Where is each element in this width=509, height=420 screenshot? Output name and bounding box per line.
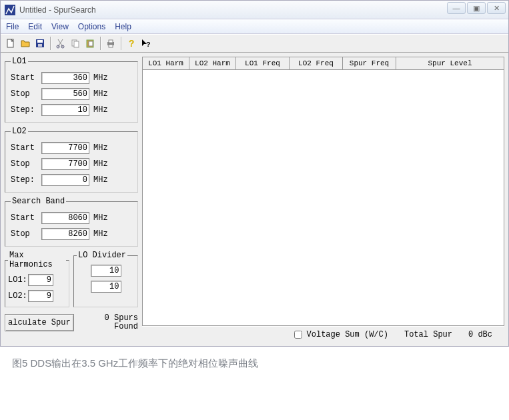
lo2-step-input[interactable]	[41, 174, 89, 186]
lo-divider-group: LO Divider	[73, 251, 138, 307]
lo2-group: LO2 Start MHz Stop MHz Step: MHz	[5, 127, 138, 193]
lo1-stop-input[interactable]	[41, 88, 89, 100]
total-spur-label: Total Spur	[404, 330, 452, 339]
lo2-legend: LO2	[11, 127, 28, 136]
window-title: Untitled - SpurSearch	[19, 5, 96, 15]
voltage-sum-checkbox[interactable]	[294, 331, 302, 339]
svg-rect-13	[109, 45, 113, 47]
lo1-step-label: Step:	[11, 105, 41, 115]
lo1-group: LO1 Start MHz Stop MHz Step: MHz	[5, 57, 138, 123]
print-button[interactable]	[103, 36, 118, 51]
lo-divider-legend: LO Divider	[77, 251, 127, 260]
lo1-step-unit: MHz	[93, 105, 108, 115]
search-band-legend: Search Band	[11, 197, 66, 206]
client-area: LO1 Start MHz Stop MHz Step: MHz	[1, 53, 508, 346]
voltage-sum-label: Voltage Sum (W/C)	[307, 330, 388, 339]
lo2-start-input[interactable]	[41, 142, 89, 154]
sb-stop-input[interactable]	[41, 228, 89, 240]
col-lo1-freq[interactable]: LO1 Freq	[235, 57, 289, 70]
voltage-sum-checkbox-wrap[interactable]: Voltage Sum (W/C)	[292, 329, 388, 341]
close-icon: ✕	[494, 4, 500, 13]
toolbar-sep	[100, 37, 101, 50]
svg-rect-10	[89, 41, 93, 46]
mh-lo2-input[interactable]	[28, 290, 53, 302]
col-spur-level[interactable]: Spur Level	[396, 57, 504, 70]
menu-view[interactable]: View	[51, 22, 69, 31]
cut-icon	[55, 38, 66, 49]
help-button[interactable]: ?	[124, 36, 139, 51]
lo2-start-label: Start	[11, 143, 41, 153]
col-lo2-harm[interactable]: LO2 Harm	[189, 57, 235, 70]
total-spur-value: 0 dBc	[468, 330, 492, 339]
mh-lo1-input[interactable]	[28, 274, 53, 286]
svg-text:?: ?	[129, 39, 134, 49]
menu-options[interactable]: Options	[78, 22, 105, 31]
svg-text:?: ?	[146, 41, 151, 49]
app-window: Untitled - SpurSearch — ▣ ✕ File Edit Vi…	[0, 0, 509, 347]
sb-start-unit: MHz	[93, 213, 108, 223]
lo2-step-label: Step:	[11, 175, 41, 185]
menubar: File Edit View Options Help	[1, 19, 508, 34]
whatsthis-button[interactable]: ?	[139, 36, 153, 51]
menu-file[interactable]: File	[6, 22, 19, 31]
col-lo1-harm[interactable]: LO1 Harm	[142, 57, 189, 70]
spurs-found-label: Found	[82, 323, 138, 331]
help-icon: ?	[126, 38, 137, 49]
search-band-group: Search Band Start MHz Stop MHz	[5, 197, 138, 247]
col-spur-freq[interactable]: Spur Freq	[342, 57, 396, 70]
harmonics-divider-row: Max Harmonics LO1: LO2: LO Divider	[5, 251, 138, 307]
sb-stop-unit: MHz	[93, 229, 108, 239]
svg-rect-4	[38, 44, 42, 47]
cut-button[interactable]	[53, 36, 68, 51]
paste-icon	[85, 38, 95, 49]
lo2-stop-input[interactable]	[41, 158, 89, 170]
lo1-step-input[interactable]	[41, 104, 89, 116]
max-harmonics-group: Max Harmonics LO1: LO2:	[5, 251, 69, 307]
toolbar-sep	[50, 37, 51, 50]
lo1-start-label: Start	[11, 73, 41, 83]
lo2-step-unit: MHz	[93, 175, 108, 185]
menu-help[interactable]: Help	[115, 22, 131, 31]
copy-button[interactable]	[68, 36, 83, 51]
col-lo2-freq[interactable]: LO2 Freq	[289, 57, 342, 70]
maximize-icon: ▣	[473, 4, 480, 13]
lo1-stop-unit: MHz	[93, 89, 108, 99]
save-button[interactable]	[33, 36, 47, 51]
total-spur-unit: dBc	[478, 330, 492, 339]
close-button[interactable]: ✕	[487, 2, 506, 14]
grid-body[interactable]	[142, 70, 504, 326]
print-icon	[105, 38, 116, 49]
save-disk-icon	[35, 38, 45, 49]
toolbar: ? ?	[1, 34, 508, 53]
svg-rect-3	[37, 40, 43, 43]
lodiv-row1-input[interactable]	[91, 265, 121, 277]
calc-row: alculate Spur 0 Spurs Found	[5, 314, 138, 331]
max-harmonics-legend: Max Harmonics	[8, 251, 66, 269]
open-button[interactable]	[18, 36, 33, 51]
lo2-stop-unit: MHz	[93, 159, 108, 169]
toolbar-sep	[121, 37, 121, 50]
new-button[interactable]	[3, 36, 18, 51]
lo1-start-input[interactable]	[41, 72, 89, 84]
right-panel: LO1 Harm LO2 Harm LO1 Freq LO2 Freq Spur…	[142, 57, 504, 342]
figure-caption: 图5 DDS输出在3.5 GHz工作频率下的绝对相位噪声曲线	[0, 347, 509, 370]
statusbar: Voltage Sum (W/C) Total Spur 0 dBc	[142, 326, 504, 342]
maximize-button[interactable]: ▣	[467, 2, 486, 14]
app-icon	[5, 5, 15, 15]
sb-start-label: Start	[11, 213, 41, 223]
minimize-button[interactable]: —	[447, 2, 466, 14]
copy-icon	[70, 38, 81, 49]
lo1-start-unit: MHz	[93, 73, 108, 83]
sb-start-input[interactable]	[41, 212, 89, 224]
lo1-legend: LO1	[11, 57, 28, 66]
lodiv-row2-input[interactable]	[91, 281, 121, 293]
calculate-spur-button[interactable]: alculate Spur	[5, 314, 74, 331]
menu-edit[interactable]: Edit	[28, 22, 42, 31]
paste-button[interactable]	[83, 36, 97, 51]
new-file-icon	[5, 38, 16, 49]
mh-lo2-label: LO2:	[8, 291, 28, 301]
lo2-stop-label: Stop	[11, 159, 41, 169]
minimize-icon: —	[453, 4, 460, 12]
svg-rect-12	[109, 40, 113, 43]
mh-lo1-label: LO1:	[8, 275, 28, 285]
